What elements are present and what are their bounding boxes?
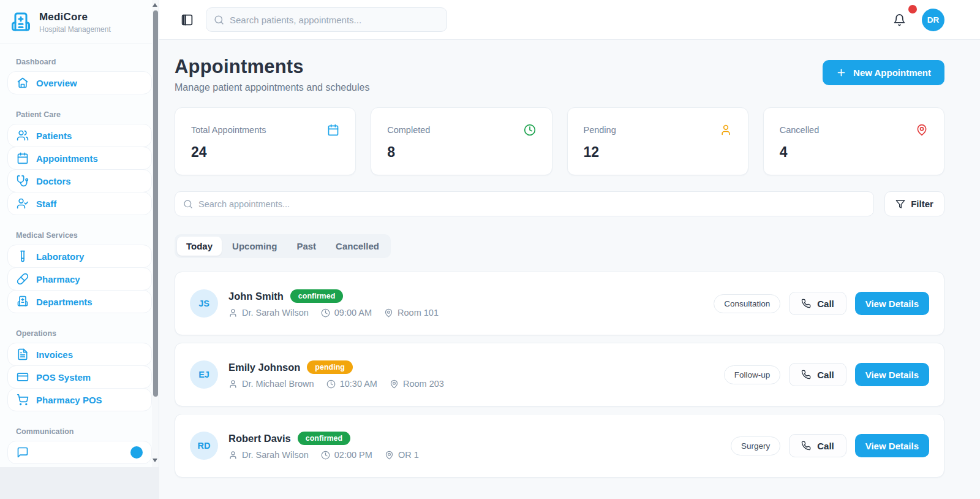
credit-card-icon — [17, 371, 29, 383]
appointment-location: Room 101 — [398, 308, 439, 318]
avatar: EJ — [190, 360, 218, 389]
hospital-building-icon — [17, 295, 29, 308]
sidebar-item-patients[interactable]: Patients — [7, 124, 152, 147]
shopping-cart-icon — [17, 394, 29, 406]
brand-tagline: Hospital Management — [39, 25, 111, 34]
status-badge: pending — [307, 360, 353, 374]
main-area: DR Appointments Manage patient appointme… — [159, 0, 980, 499]
sidebar-item-invoices[interactable]: Invoices — [7, 343, 152, 366]
new-appointment-label: New Appointment — [853, 67, 931, 78]
sidebar-item-departments[interactable]: Departments — [7, 290, 152, 313]
stat-value: 8 — [387, 144, 535, 161]
stat-card-pending: Pending 12 — [567, 107, 748, 175]
doctor-name: Dr. Sarah Wilson — [242, 308, 309, 318]
appointment-tabs: Today Upcoming Past Cancelled — [175, 234, 391, 258]
stat-card-cancelled: Cancelled 4 — [763, 107, 944, 175]
status-badge: confirmed — [298, 432, 350, 445]
sidebar-item-label: Laboratory — [36, 251, 84, 262]
sidebar-item-overview[interactable]: Overview — [7, 71, 152, 94]
page-title: Appointments — [175, 56, 369, 78]
hospital-logo-icon — [10, 12, 32, 34]
patient-name: Robert Davis — [228, 433, 291, 444]
map-pin-icon — [385, 451, 394, 460]
patient-name: Emily Johnson — [228, 362, 300, 373]
call-label: Call — [817, 299, 834, 309]
view-details-button[interactable]: View Details — [855, 292, 929, 315]
notification-dot — [908, 5, 917, 13]
scrollbar-thumb[interactable] — [153, 10, 158, 397]
sidebar-item-laboratory[interactable]: Laboratory — [7, 245, 152, 268]
call-label: Call — [817, 370, 834, 380]
clock-icon — [321, 308, 330, 318]
scroll-down-arrow[interactable] — [153, 459, 157, 462]
brand-header: MediCore Hospital Management — [0, 0, 159, 44]
sidebar-item-label: Departments — [36, 297, 92, 307]
sidebar-item-pharmacy[interactable]: Pharmacy — [7, 267, 152, 291]
appointment-row: JS John Smith confirmed Dr. Sarah Wilson… — [175, 272, 944, 335]
avatar: JS — [190, 289, 218, 318]
sidebar-scrollbar[interactable] — [152, 0, 159, 467]
sidebar-item-appointments[interactable]: Appointments — [7, 147, 152, 170]
tab-upcoming[interactable]: Upcoming — [223, 237, 286, 256]
stat-label: Total Appointments — [191, 125, 266, 135]
search-icon — [183, 199, 193, 209]
appointment-location: Room 203 — [403, 379, 444, 389]
sidebar-item-staff[interactable]: Staff — [7, 192, 152, 215]
appointments-search-input[interactable] — [198, 199, 865, 209]
new-appointment-button[interactable]: New Appointment — [823, 60, 944, 85]
user-icon — [228, 308, 238, 318]
call-button[interactable]: Call — [789, 434, 846, 457]
section-label-communication: Communication — [7, 422, 146, 441]
call-button[interactable]: Call — [789, 292, 846, 315]
users-icon — [17, 129, 29, 142]
user-avatar[interactable]: DR — [922, 9, 944, 31]
filter-button[interactable]: Filter — [884, 191, 944, 216]
patient-name: John Smith — [228, 291, 284, 302]
tab-today[interactable]: Today — [177, 237, 222, 256]
sidebar-item-messages-partial[interactable] — [7, 441, 152, 464]
clock-icon — [524, 124, 536, 136]
notifications-button[interactable] — [893, 13, 906, 26]
appointment-row: EJ Emily Johnson pending Dr. Michael Bro… — [175, 343, 944, 406]
plus-icon — [836, 67, 846, 78]
home-icon — [17, 77, 29, 89]
stat-card-total-appointments: Total Appointments 24 — [175, 107, 356, 175]
map-pin-icon — [390, 379, 399, 389]
calendar-icon — [17, 152, 29, 164]
sidebar-item-pos-system[interactable]: POS System — [7, 365, 152, 389]
sidebar: MediCore Hospital Management Dashboard O… — [0, 0, 159, 467]
content: Appointments Manage patient appointments… — [159, 40, 980, 499]
phone-icon — [801, 441, 811, 451]
section-label-operations: Operations — [7, 324, 146, 343]
call-button[interactable]: Call — [789, 363, 846, 386]
sidebar-item-pharmacy-pos[interactable]: Pharmacy POS — [7, 388, 152, 411]
message-square-icon — [17, 446, 29, 459]
sidebar-item-label: POS System — [36, 372, 91, 383]
sidebar-item-doctors[interactable]: Doctors — [7, 169, 152, 192]
user-icon — [228, 379, 238, 389]
sidebar-toggle-button[interactable] — [179, 12, 195, 28]
unread-badge — [130, 446, 143, 459]
stat-label: Cancelled — [780, 125, 820, 135]
search-icon — [214, 15, 224, 25]
tab-past[interactable]: Past — [287, 237, 325, 256]
bell-icon — [893, 13, 906, 26]
tab-cancelled[interactable]: Cancelled — [326, 237, 388, 256]
map-pin-icon — [916, 124, 928, 136]
stat-value: 4 — [780, 144, 928, 161]
sidebar-item-label: Invoices — [36, 349, 73, 360]
section-label-medical-services: Medical Services — [7, 226, 146, 245]
scroll-up-arrow[interactable] — [153, 3, 157, 7]
appointments-search — [175, 191, 874, 216]
appointment-time: 02:00 PM — [334, 450, 372, 460]
stat-label: Pending — [584, 125, 616, 135]
global-search-input[interactable] — [230, 15, 439, 25]
view-details-button[interactable]: View Details — [855, 434, 929, 457]
filter-label: Filter — [911, 199, 933, 209]
doctor-name: Dr. Sarah Wilson — [242, 450, 309, 460]
stat-value: 12 — [584, 144, 732, 161]
appointment-location: OR 1 — [398, 450, 419, 460]
view-details-button[interactable]: View Details — [855, 363, 929, 386]
file-text-icon — [17, 348, 29, 360]
topbar: DR — [159, 0, 980, 40]
